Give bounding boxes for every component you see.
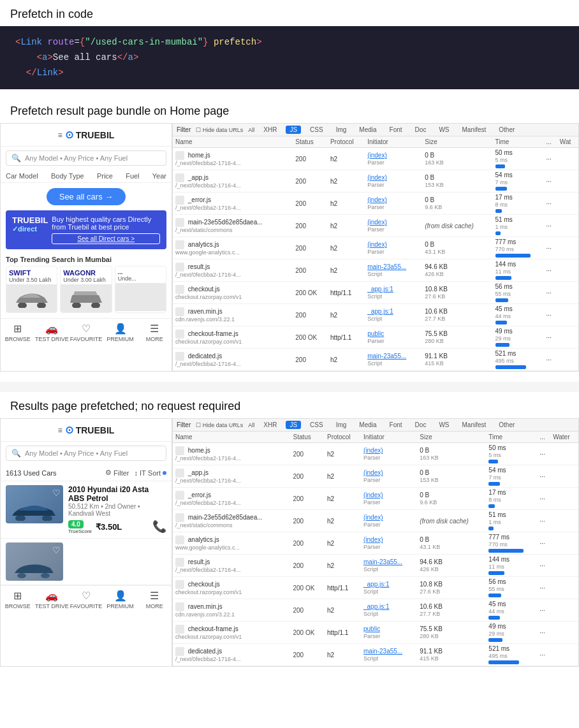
results-search-bar[interactable]: 🔍 Any Model • Any Price • Any Fuel — [6, 446, 166, 461]
filter-year[interactable]: Year — [152, 172, 166, 180]
nav-premium[interactable]: 👤 PREMIUM — [103, 323, 138, 342]
nav-favourite[interactable]: ♡ FAVOURITE — [69, 323, 103, 342]
initiator-link[interactable]: (index) — [367, 196, 387, 203]
table-row[interactable]: home.js /_next/0fecbba2-1716-4... 200 h2… — [173, 443, 578, 465]
tab-font-1[interactable]: Font — [386, 126, 406, 134]
initiator-link[interactable]: (index) — [363, 514, 383, 521]
table-row[interactable]: main-23e55d62e85daea... /_next/static/co… — [173, 215, 578, 237]
tab-manifest-2[interactable]: Manifest — [458, 421, 490, 429]
filter-button[interactable]: ⚙ Filter — [105, 469, 129, 477]
hide-data-urls-1[interactable]: ☐ Hide data URLs — [196, 127, 243, 133]
initiator-link[interactable]: main-23a55... — [367, 263, 406, 270]
hide-data-urls-2[interactable]: ☐ Hide data URLs — [196, 422, 243, 428]
nav-test-drive[interactable]: 🚗 TEST DRIVE — [35, 323, 70, 342]
table-row[interactable]: checkout-frame.js checkout.razorpay.com/… — [173, 622, 578, 644]
table-row[interactable]: _error.js /_next/0fecbba2-1716-4... 200 … — [173, 193, 578, 215]
table-row[interactable]: analytics.js www.google-analytics.c... 2… — [173, 532, 578, 555]
table-row[interactable]: checkout.js checkout.razorpay.com/v1 200… — [173, 282, 578, 304]
initiator-link[interactable]: (index) — [363, 491, 383, 499]
time-val1: 51 ms — [488, 511, 506, 518]
all-filter-2[interactable]: All — [248, 422, 254, 428]
table-row[interactable]: main-23e55d62e85daea... /_next/static/co… — [173, 510, 578, 532]
initiator-link[interactable]: (index) — [363, 536, 383, 543]
table-row[interactable]: dedicated.js /_next/0fecbba2-1716-4... 2… — [173, 349, 578, 371]
initiator-link[interactable]: (index) — [367, 241, 387, 248]
initiator-link[interactable]: public — [367, 330, 384, 337]
tab-xhr-1[interactable]: XHR — [260, 126, 281, 134]
heart-icon-1[interactable]: ♡ — [52, 488, 61, 498]
tab-other-1[interactable]: Other — [495, 126, 518, 134]
filter-car-model[interactable]: Car Model — [6, 172, 38, 180]
table-row[interactable]: result.js /_next/0fecbba2-1716-4... 200 … — [173, 555, 578, 577]
tab-media-1[interactable]: Media — [355, 126, 380, 134]
table-row[interactable]: checkout-frame.js checkout.razorpay.com/… — [173, 326, 578, 349]
tab-xhr-2[interactable]: XHR — [260, 421, 281, 429]
nav-browse-2[interactable]: ⊞ BROWSE — [1, 590, 35, 609]
nav-browse[interactable]: ⊞ BROWSE — [1, 323, 35, 342]
table-row[interactable]: checkout.js checkout.razorpay.com/v1 200… — [173, 577, 578, 599]
initiator-link[interactable]: main-23a55... — [363, 648, 402, 655]
table-row[interactable]: analytics.js www.google-analytics.c... 2… — [173, 237, 578, 259]
nav-test-drive-2[interactable]: 🚗 TEST DRIVE — [35, 590, 70, 609]
heart-icon-2[interactable]: ♡ — [52, 545, 61, 555]
filter-body-type[interactable]: Body Type — [51, 172, 84, 180]
tab-js-2[interactable]: JS — [286, 421, 301, 429]
initiator-link[interactable]: (index) — [363, 469, 383, 476]
table-row[interactable]: _app.js /_next/0fecbba2-1716-4... 200 h2… — [173, 170, 578, 193]
table-row[interactable]: raven.min.js cdn.ravenjs.com/3.22.1 200 … — [173, 304, 578, 326]
initiator-link[interactable]: main-23a55... — [363, 558, 402, 565]
tab-css-1[interactable]: CSS — [306, 126, 327, 134]
see-all-cars-button[interactable]: See all cars → — [47, 188, 126, 205]
tab-img-1[interactable]: Img — [332, 126, 351, 134]
car-price-1: ₹3.50L — [96, 522, 122, 532]
tab-manifest-1[interactable]: Manifest — [458, 126, 490, 134]
direct-link[interactable]: See all Direct cars > — [52, 233, 160, 244]
filter-text-2: Filter — [177, 421, 191, 428]
table-row[interactable]: result.js /_next/0fecbba2-1716-4... 200 … — [173, 259, 578, 282]
table-row[interactable]: dedicated.js /_next/0fecbba2-1716-4... 2… — [173, 644, 578, 666]
tab-other-2[interactable]: Other — [495, 421, 518, 429]
tab-img-2[interactable]: Img — [332, 421, 351, 429]
initiator-link[interactable]: main-23a55... — [367, 353, 406, 360]
tab-ws-2[interactable]: WS — [435, 421, 453, 429]
sort-button[interactable]: ↕ IT Sort — [135, 469, 166, 477]
table-row[interactable]: _error.js /_next/0fecbba2-1716-4... 200 … — [173, 488, 578, 510]
table-row[interactable]: home.js /_next/0fecbba2-1716-4... 200 h2… — [173, 148, 578, 170]
cell-initiator: main-23a55... Script — [365, 259, 422, 282]
all-filter-1[interactable]: All — [248, 127, 254, 133]
phone-icon-1[interactable]: 📞 — [152, 520, 166, 534]
nav-favourite-2[interactable]: ♡ FAVOURITE — [69, 590, 103, 609]
tab-doc-2[interactable]: Doc — [411, 421, 430, 429]
tab-doc-1[interactable]: Doc — [411, 126, 430, 134]
tab-js-1[interactable]: JS — [286, 126, 301, 134]
initiator-link[interactable]: (index) — [367, 219, 387, 226]
size-val: 94.6 KB — [420, 558, 443, 565]
tab-media-2[interactable]: Media — [355, 421, 380, 429]
cell-protocol: h2 — [328, 237, 365, 259]
initiator-link[interactable]: _app.js:1 — [367, 308, 393, 315]
initiator-link[interactable]: (index) — [367, 152, 387, 159]
table-row[interactable]: raven.min.js cdn.ravenjs.com/3.22.1 200 … — [173, 599, 578, 622]
file-icon — [175, 307, 184, 316]
cell-waterfall — [550, 488, 578, 510]
cell-status: 200 — [290, 488, 325, 510]
initiator-link[interactable]: (index) — [363, 447, 383, 454]
nav-more[interactable]: ☰ MORE — [137, 323, 172, 342]
table-row[interactable]: _app.js /_next/0fecbba2-1716-4... 200 h2… — [173, 465, 578, 488]
tab-ws-1[interactable]: WS — [435, 126, 453, 134]
cell-waterfall — [557, 259, 578, 282]
section2-title: Prefetch result page bundle on Home page — [0, 97, 579, 123]
initiator-link[interactable]: _app.js:1 — [363, 581, 390, 588]
initiator-link[interactable]: _app.js:1 — [367, 286, 393, 293]
nav-premium-2[interactable]: 👤 PREMIUM — [103, 590, 138, 609]
filter-price[interactable]: Price — [97, 172, 113, 180]
tab-css-2[interactable]: CSS — [306, 421, 327, 429]
initiator-link[interactable]: public — [363, 625, 380, 632]
initiator-link[interactable]: (index) — [367, 174, 387, 181]
cell-time: 50 ms 5 ms — [486, 443, 537, 465]
search-bar[interactable]: 🔍 Any Model • Any Price • Any Fuel — [6, 150, 166, 166]
initiator-link[interactable]: _app.js:1 — [363, 603, 390, 610]
tab-font-2[interactable]: Font — [386, 421, 406, 429]
nav-more-2[interactable]: ☰ MORE — [137, 590, 172, 609]
filter-fuel[interactable]: Fuel — [126, 172, 139, 180]
